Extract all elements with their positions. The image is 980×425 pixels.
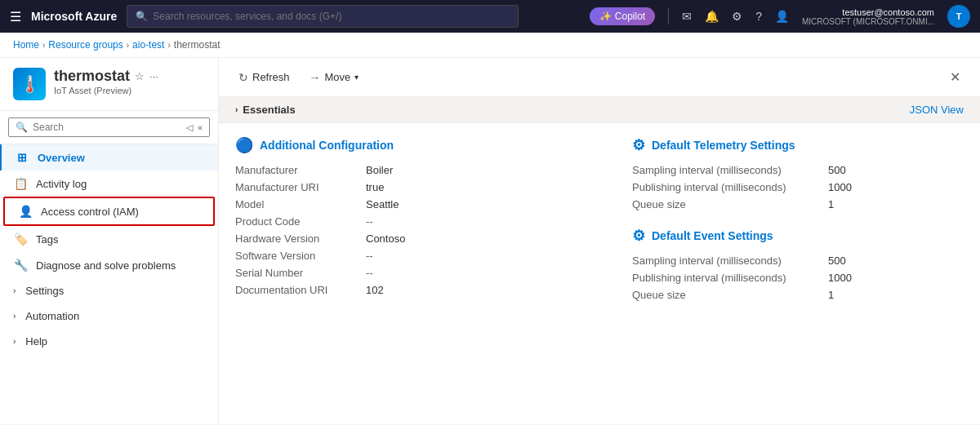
sidebar-item-label: Overview <box>38 152 85 164</box>
field-value: 1 <box>828 198 834 210</box>
field-value: Boiler <box>366 164 393 176</box>
field-label: Manufacturer <box>235 164 366 176</box>
field-label: Publishing interval (milliseconds) <box>632 272 828 284</box>
field-value: Contoso <box>366 232 405 245</box>
access-control-icon: 👤 <box>18 205 33 218</box>
resource-info: thermostat ☆ ··· IoT Asset (Preview) <box>54 68 158 95</box>
field-value: 102 <box>366 284 384 296</box>
right-section: ⚙ Default Telemetry Settings Sampling in… <box>599 123 964 408</box>
notifications-icon[interactable]: 🔔 <box>705 10 719 23</box>
additional-config-section: 🔵 Additional Configuration ManufacturerB… <box>235 123 599 408</box>
search-icon: 🔍 <box>16 122 28 133</box>
sidebar-item-label: Diagnose and solve problems <box>36 259 176 272</box>
divider <box>668 8 669 24</box>
main-layout: 🌡️ thermostat ☆ ··· IoT Asset (Preview) … <box>0 58 980 424</box>
move-button[interactable]: → Move ▾ <box>306 68 363 87</box>
move-dropdown-icon: ▾ <box>354 73 359 82</box>
sidebar-item-label: Access control (IAM) <box>41 206 139 218</box>
sidebar-search-inner: 🔍 ◁ « <box>8 117 210 137</box>
essentials-header: › Essentials JSON View <box>219 97 980 123</box>
essentials-title[interactable]: › Essentials <box>235 104 296 116</box>
refresh-icon: ↻ <box>238 71 248 84</box>
user-info: testuser@contoso.com MICROSOFT (MICROSOF… <box>802 7 934 26</box>
expand-icon: › <box>13 286 16 295</box>
tags-icon: 🏷️ <box>13 232 28 246</box>
sidebar-group-label: Automation <box>25 310 79 322</box>
field-label: Hardware Version <box>235 232 366 245</box>
field-label: Software Version <box>235 250 366 262</box>
field-row: Publishing interval (milliseconds)1000 <box>632 272 964 284</box>
field-label: Serial Number <box>235 267 366 279</box>
breadcrumb: Home › Resource groups › aio-test › ther… <box>0 33 980 58</box>
expand-icon: › <box>13 337 16 346</box>
field-row: Queue size1 <box>632 198 964 210</box>
thermostat-icon: 🌡️ <box>20 74 40 94</box>
sidebar-group-label: Settings <box>25 285 64 297</box>
sidebar-item-access-control[interactable]: 👤 Access control (IAM) <box>3 197 215 226</box>
sidebar-search-icons: ◁ « <box>186 122 203 133</box>
pin-icon[interactable]: « <box>198 122 203 132</box>
collapse-essentials-icon: › <box>235 105 238 114</box>
field-value: 1000 <box>828 181 852 193</box>
close-button[interactable]: ✕ <box>947 66 964 88</box>
field-row: Hardware VersionContoso <box>235 232 599 245</box>
avatar[interactable]: T <box>947 5 970 28</box>
field-label: Queue size <box>632 289 828 301</box>
settings-icon[interactable]: ⚙ <box>732 10 742 23</box>
top-right-actions: ✨ Copilot ✉ 🔔 ⚙ ? 👤 testuser@contoso.com… <box>590 5 970 28</box>
additional-config-title: 🔵 Additional Configuration <box>235 136 599 154</box>
field-row: Serial Number-- <box>235 267 599 279</box>
favorite-icon[interactable]: ☆ <box>135 70 145 82</box>
search-icon: 🔍 <box>136 11 148 22</box>
content-grid: 🔵 Additional Configuration ManufacturerB… <box>219 123 980 424</box>
json-view-link[interactable]: JSON View <box>910 104 964 116</box>
field-row: Sampling interval (milliseconds)500 <box>632 164 964 176</box>
field-value: 500 <box>828 164 846 176</box>
breadcrumb-home[interactable]: Home <box>13 39 39 51</box>
resource-header: 🌡️ thermostat ☆ ··· IoT Asset (Preview) <box>0 58 218 111</box>
field-row: Publishing interval (milliseconds)1000 <box>632 181 964 193</box>
breadcrumb-aio-test[interactable]: aio-test <box>132 39 164 51</box>
global-search-input[interactable] <box>153 11 510 22</box>
field-row: Sampling interval (milliseconds)500 <box>632 255 964 267</box>
field-row: Queue size1 <box>632 289 964 301</box>
field-row: Software Version-- <box>235 250 599 262</box>
breadcrumb-resource-groups[interactable]: Resource groups <box>48 39 122 51</box>
sidebar-group-help[interactable]: › Help <box>0 329 218 354</box>
feedback-icon[interactable]: ✉ <box>682 10 692 23</box>
move-icon: → <box>310 71 321 84</box>
azure-logo: Microsoft Azure <box>31 10 117 23</box>
refresh-button[interactable]: ↻ Refresh <box>235 68 293 87</box>
field-row: Manufacturer URItrue <box>235 181 599 193</box>
field-value: true <box>366 181 384 193</box>
copilot-button[interactable]: ✨ Copilot <box>590 7 655 25</box>
field-label: Product Code <box>235 215 366 228</box>
sidebar-item-overview[interactable]: ⊞ Overview <box>0 144 218 170</box>
field-label: Publishing interval (milliseconds) <box>632 181 828 193</box>
sidebar-item-label: Activity log <box>36 178 87 190</box>
sidebar-group-settings[interactable]: › Settings <box>0 278 218 303</box>
sidebar: 🌡️ thermostat ☆ ··· IoT Asset (Preview) … <box>0 58 219 424</box>
hamburger-menu[interactable]: ☰ <box>10 9 21 24</box>
additional-config-fields: ManufacturerBoilerManufacturer URItrueMo… <box>235 164 599 296</box>
activity-log-icon: 📋 <box>13 177 28 190</box>
sidebar-item-diagnose[interactable]: 🔧 Diagnose and solve problems <box>0 252 218 278</box>
field-row: ManufacturerBoiler <box>235 164 599 176</box>
collapse-icon[interactable]: ◁ <box>186 122 193 133</box>
content-toolbar: ↻ Refresh → Move ▾ ✕ <box>219 58 980 97</box>
field-label: Queue size <box>632 198 828 210</box>
directory-icon[interactable]: 👤 <box>775 10 789 23</box>
event-subsection: ⚙ Default Event Settings Sampling interv… <box>632 227 964 301</box>
sidebar-search-input[interactable] <box>33 122 181 133</box>
resource-icon: 🌡️ <box>13 68 46 100</box>
more-options-icon[interactable]: ··· <box>149 70 158 82</box>
sidebar-group-label: Help <box>25 335 47 348</box>
sidebar-group-automation[interactable]: › Automation <box>0 303 218 329</box>
help-icon[interactable]: ? <box>755 10 762 23</box>
sidebar-item-activity-log[interactable]: 📋 Activity log <box>0 170 218 197</box>
content-area: ↻ Refresh → Move ▾ ✕ › Essentials JSON V… <box>219 58 980 424</box>
global-search-container: 🔍 <box>127 5 519 28</box>
sidebar-item-tags[interactable]: 🏷️ Tags <box>0 226 218 252</box>
field-label: Documentation URI <box>235 284 366 296</box>
diagnose-icon: 🔧 <box>13 259 28 272</box>
